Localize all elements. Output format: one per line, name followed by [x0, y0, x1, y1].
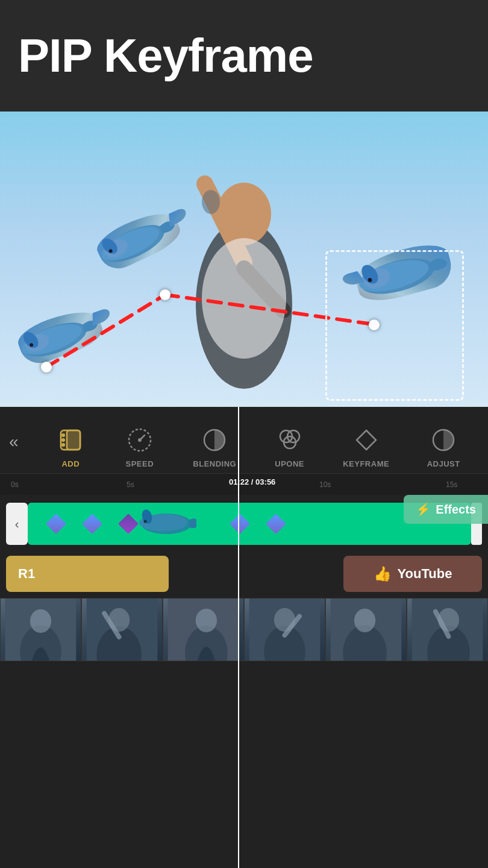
playhead-time: 01:22 / 03:56	[229, 477, 275, 486]
tool-keyframe[interactable]: KEYFRAME	[343, 424, 389, 468]
upone-icon	[274, 424, 305, 456]
speed-icon	[124, 424, 155, 456]
keyframe-dot-3[interactable]	[369, 319, 380, 330]
effects-label: Effects	[436, 503, 476, 517]
keyframe-icon	[351, 424, 382, 456]
svg-rect-25	[67, 430, 80, 450]
svg-point-28	[61, 438, 65, 442]
svg-point-27	[61, 433, 65, 437]
tool-add[interactable]: ADD	[55, 424, 86, 468]
youtube-icon: 👍	[374, 565, 392, 582]
svg-point-41	[144, 520, 147, 523]
ruler-15s: 15s	[446, 480, 457, 489]
selection-box	[325, 250, 464, 401]
svg-line-32	[140, 435, 145, 440]
filmstrip	[0, 595, 488, 664]
svg-line-0	[46, 295, 165, 367]
svg-point-51	[196, 609, 217, 632]
ruler-5s: 5s	[127, 480, 134, 489]
keyframe-dot-1[interactable]	[41, 362, 52, 373]
svg-point-44	[30, 609, 51, 633]
add-icon	[55, 424, 86, 456]
track-diamond-4[interactable]	[230, 514, 250, 534]
track-diamond-5[interactable]	[266, 514, 286, 534]
adjust-icon	[428, 424, 459, 456]
film-frame-3	[163, 598, 244, 661]
tool-speed[interactable]: SPEED	[124, 424, 155, 468]
ruler-0s: 0s	[11, 480, 19, 489]
svg-point-58	[354, 609, 375, 632]
tool-blending[interactable]: BLENDING	[193, 424, 236, 468]
youtube-track-label[interactable]: 👍 YouTube	[343, 556, 482, 592]
tool-adjust[interactable]: ADJUST	[427, 424, 460, 468]
toolbar-area: « ADD	[0, 407, 488, 868]
video-preview	[0, 112, 488, 407]
track-scroll-left[interactable]: ‹	[6, 503, 28, 545]
label-row: R1 👍 YouTube	[0, 553, 488, 595]
film-frame-1	[0, 598, 81, 661]
keyframe-dot-2[interactable]	[160, 289, 170, 300]
film-frame-5	[325, 598, 407, 661]
ruler-marks: 0s 5s 10s 15s 01:22 / 03:56	[6, 474, 482, 495]
keyframe-label: KEYFRAME	[343, 459, 389, 468]
tool-upone[interactable]: UPONE	[274, 424, 305, 468]
timeline-ruler: 0s 5s 10s 15s 01:22 / 03:56	[0, 473, 488, 495]
speed-label: SPEED	[125, 459, 154, 468]
effects-icon: ⚡	[416, 502, 431, 517]
track-dolphin-icon	[136, 506, 196, 539]
tools-row: « ADD	[0, 407, 488, 473]
effects-button[interactable]: ⚡ Effects	[404, 495, 488, 524]
blending-label: BLENDING	[193, 459, 236, 468]
r1-track-label: R1	[6, 556, 169, 592]
ruler-10s: 10s	[319, 480, 331, 489]
track-diamond-3[interactable]	[118, 514, 139, 534]
adjust-label: ADJUST	[427, 459, 460, 468]
film-frame-4	[244, 598, 325, 661]
back-button[interactable]: «	[9, 432, 19, 451]
add-label: ADD	[61, 459, 80, 468]
film-frame-6	[407, 598, 488, 661]
page-title: PIP Keyframe	[18, 28, 313, 83]
track-diamond-1[interactable]	[46, 514, 66, 534]
upone-label: UPONE	[275, 459, 304, 468]
film-frame-2	[81, 598, 163, 661]
blending-icon	[199, 424, 230, 456]
svg-point-29	[61, 443, 65, 447]
header: PIP Keyframe	[0, 0, 488, 112]
track-diamond-2[interactable]	[82, 514, 102, 534]
youtube-label-text: YouTube	[398, 566, 452, 582]
